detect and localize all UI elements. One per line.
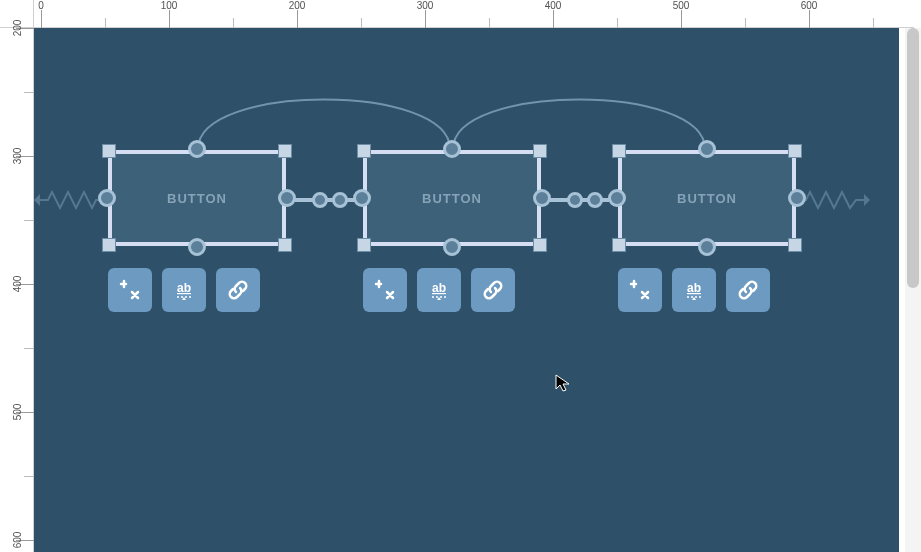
node-toolbar: ab xyxy=(363,268,515,312)
chain-port[interactable] xyxy=(312,192,328,208)
resize-handle-tr[interactable] xyxy=(788,144,802,158)
node-label: BUTTON xyxy=(677,191,737,206)
port-bottom[interactable] xyxy=(188,238,206,256)
cursor-icon xyxy=(554,373,574,393)
compress-icon xyxy=(373,278,397,302)
resize-handle-bl[interactable] xyxy=(102,238,116,252)
resize-handle-br[interactable] xyxy=(533,238,547,252)
ruler-h-label: 400 xyxy=(545,0,562,11)
compress-button[interactable] xyxy=(363,268,407,312)
resize-handle-tr[interactable] xyxy=(278,144,292,158)
port-right[interactable] xyxy=(533,189,551,207)
link-button[interactable] xyxy=(216,268,260,312)
link-icon xyxy=(736,278,760,302)
svg-text:ab: ab xyxy=(432,281,446,295)
ruler-h-label: 600 xyxy=(801,0,818,11)
compress-button[interactable] xyxy=(618,268,662,312)
ruler-h-label: 0 xyxy=(38,0,44,11)
spring-connector-left[interactable] xyxy=(34,190,106,210)
resize-handle-tl[interactable] xyxy=(102,144,116,158)
ruler-h-label: 200 xyxy=(289,0,306,11)
compress-icon xyxy=(118,278,142,302)
port-right[interactable] xyxy=(278,189,296,207)
resize-handle-tl[interactable] xyxy=(612,144,626,158)
chain-port[interactable] xyxy=(587,192,603,208)
link-icon xyxy=(481,278,505,302)
button-node[interactable]: BUTTON ab xyxy=(102,144,292,252)
node-toolbar: ab xyxy=(618,268,770,312)
resize-handle-tr[interactable] xyxy=(533,144,547,158)
svg-text:ab: ab xyxy=(687,281,701,295)
link-button[interactable] xyxy=(726,268,770,312)
port-top[interactable] xyxy=(188,140,206,158)
port-right[interactable] xyxy=(788,189,806,207)
link-icon xyxy=(226,278,250,302)
constraint-arc[interactable] xyxy=(194,83,454,153)
ruler-h-label: 300 xyxy=(417,0,434,11)
resize-handle-br[interactable] xyxy=(788,238,802,252)
node-body[interactable]: BUTTON xyxy=(363,150,541,246)
text-edit-button[interactable]: ab xyxy=(162,268,206,312)
resize-handle-bl[interactable] xyxy=(612,238,626,252)
text-edit-icon: ab xyxy=(682,278,706,302)
ruler-h-label: 500 xyxy=(673,0,690,11)
resize-handle-tl[interactable] xyxy=(357,144,371,158)
node-label: BUTTON xyxy=(167,191,227,206)
constraint-arc[interactable] xyxy=(449,83,709,153)
port-top[interactable] xyxy=(443,140,461,158)
scrollbar-vertical[interactable] xyxy=(905,28,921,552)
svg-text:ab: ab xyxy=(177,281,191,295)
ruler-h-label: 100 xyxy=(161,0,178,11)
resize-handle-br[interactable] xyxy=(278,238,292,252)
ruler-vertical[interactable]: 200 300 400 500 600 xyxy=(0,28,34,552)
button-node[interactable]: BUTTON ab xyxy=(357,144,547,252)
chain-port[interactable] xyxy=(567,192,583,208)
design-canvas[interactable]: BUTTON ab xyxy=(34,28,899,552)
ruler-v-label: 500 xyxy=(12,397,23,427)
node-body[interactable]: BUTTON xyxy=(108,150,286,246)
chain-port[interactable] xyxy=(332,192,348,208)
node-toolbar: ab xyxy=(108,268,260,312)
text-edit-button[interactable]: ab xyxy=(672,268,716,312)
ruler-v-label: 600 xyxy=(12,525,23,552)
port-bottom[interactable] xyxy=(443,238,461,256)
ruler-v-label: 400 xyxy=(12,269,23,299)
node-label: BUTTON xyxy=(422,191,482,206)
port-left[interactable] xyxy=(608,189,626,207)
ruler-v-label: 200 xyxy=(12,13,23,43)
text-edit-button[interactable]: ab xyxy=(417,268,461,312)
port-bottom[interactable] xyxy=(698,238,716,256)
port-top[interactable] xyxy=(698,140,716,158)
spring-connector-right[interactable] xyxy=(798,190,898,210)
link-button[interactable] xyxy=(471,268,515,312)
ruler-v-label: 300 xyxy=(12,141,23,171)
compress-button[interactable] xyxy=(108,268,152,312)
port-left[interactable] xyxy=(98,189,116,207)
scrollbar-thumb[interactable] xyxy=(907,28,919,288)
button-node[interactable]: BUTTON ab xyxy=(612,144,802,252)
port-left[interactable] xyxy=(353,189,371,207)
ruler-horizontal[interactable]: 0 100 200 300 400 500 600 xyxy=(34,0,914,28)
compress-icon xyxy=(628,278,652,302)
node-body[interactable]: BUTTON xyxy=(618,150,796,246)
workspace: 0 100 200 300 400 500 600 200 300 400 50… xyxy=(0,0,921,552)
text-edit-icon: ab xyxy=(427,278,451,302)
text-edit-icon: ab xyxy=(172,278,196,302)
resize-handle-bl[interactable] xyxy=(357,238,371,252)
